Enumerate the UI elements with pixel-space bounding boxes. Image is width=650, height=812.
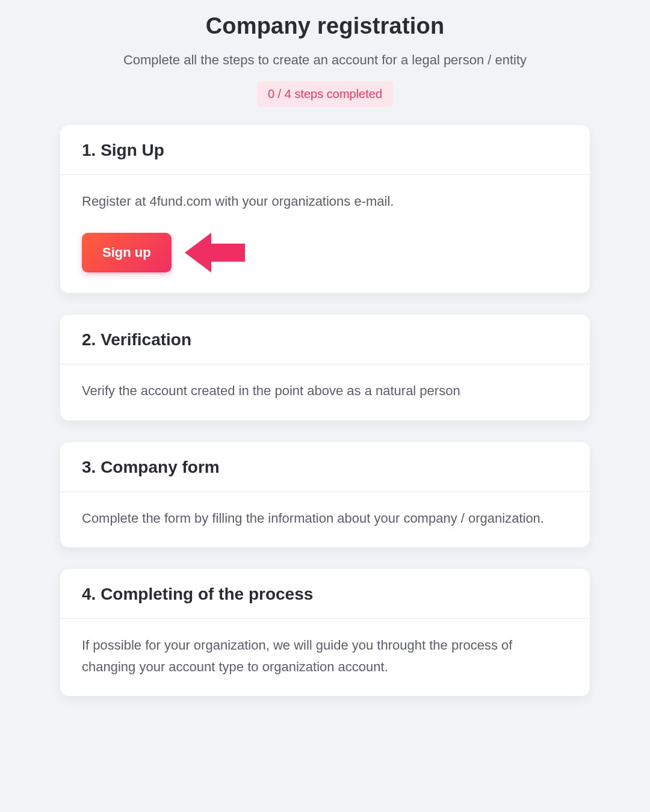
step-title: 1. Sign Up [82,141,568,160]
step-text: Verify the account created in the point … [82,380,568,402]
step-body: Complete the form by filling the informa… [60,492,590,547]
step-card-signup: 1. Sign Up Register at 4fund.com with yo… [60,125,590,293]
step-body: Verify the account created in the point … [60,364,590,420]
step-body: If possible for your organization, we wi… [60,619,590,697]
step-card-completing: 4. Completing of the process If possible… [60,569,590,697]
step-card-verification: 2. Verification Verify the account creat… [60,315,590,420]
step-text: If possible for your organization, we wi… [82,635,568,678]
page-subtitle: Complete all the steps to create an acco… [24,52,626,68]
page-title: Company registration [24,13,626,39]
progress-badge: 0 / 4 steps completed [257,81,393,107]
signup-row: Sign up [82,230,568,275]
step-body: Register at 4fund.com with your organiza… [60,175,590,293]
company-registration-page: Company registration Complete all the st… [0,0,650,696]
step-header: 4. Completing of the process [60,569,590,619]
signup-button[interactable]: Sign up [82,233,172,272]
step-header: 1. Sign Up [60,125,590,175]
step-card-company-form: 3. Company form Complete the form by fil… [60,442,590,547]
step-title: 3. Company form [82,458,568,477]
step-title: 4. Completing of the process [82,585,568,604]
page-header: Company registration Complete all the st… [24,13,626,107]
svg-marker-0 [185,233,245,272]
step-text: Complete the form by filling the informa… [82,508,568,529]
step-text: Register at 4fund.com with your organiza… [82,191,568,212]
arrow-left-icon [185,230,245,275]
step-header: 2. Verification [60,315,590,364]
step-title: 2. Verification [82,330,568,349]
step-header: 3. Company form [60,442,590,492]
